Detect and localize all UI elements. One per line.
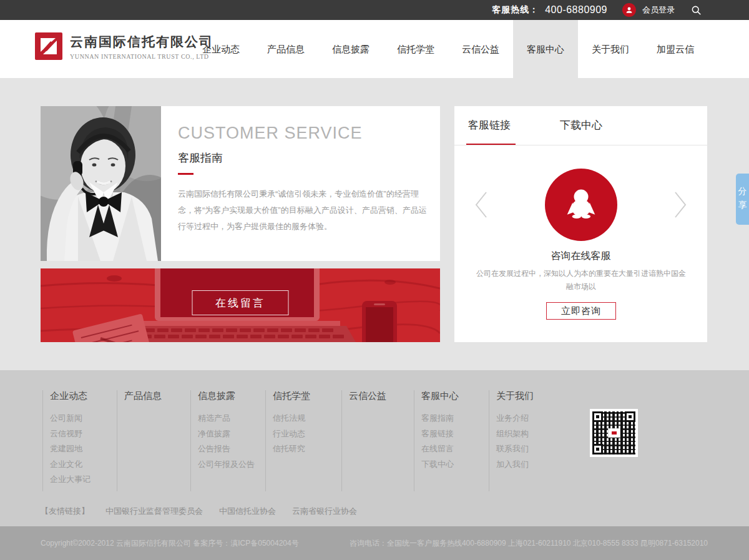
footer-link[interactable]: 在线留言 — [421, 441, 487, 457]
nav-item-products[interactable]: 产品信息 — [253, 20, 318, 78]
carousel-prev-icon[interactable] — [474, 190, 488, 219]
footer-col-charity: 云信公益 — [341, 390, 415, 491]
footer-link[interactable]: 企业大事记 — [50, 472, 116, 488]
friend-links-label: 【友情链接】 — [41, 506, 89, 517]
footer-link[interactable]: 公司年报及公告 — [198, 457, 264, 473]
company-logo[interactable]: 云南国际信托有限公司 YUNNAN INTERNATIONAL TRUST CO… — [35, 32, 213, 60]
consult-now-button[interactable]: 立即咨询 — [546, 302, 616, 320]
carousel-next-icon[interactable] — [673, 190, 687, 219]
footer-link[interactable]: 信托法规 — [273, 411, 339, 426]
nav-item-about-us[interactable]: 关于我们 — [578, 20, 643, 78]
footer-link[interactable]: 云信视野 — [50, 426, 116, 442]
footer-link[interactable]: 信托研究 — [273, 441, 339, 457]
footer-link[interactable]: 净值披露 — [198, 426, 264, 442]
customer-service-photo — [41, 106, 161, 261]
footer-col-about-us: 关于我们 业务介绍 组织架构 联系我们 加入我们 — [489, 390, 562, 491]
member-avatar-icon[interactable] — [622, 3, 636, 17]
footer-link[interactable]: 客服指南 — [421, 411, 487, 426]
online-service-description: 公司在发展过程中，深知以人为本的重要在大量引进谙熟中国金融市场以 — [475, 267, 687, 293]
footer-link[interactable]: 企业文化 — [50, 457, 116, 473]
footer-link[interactable]: 联系我们 — [496, 441, 562, 457]
hotline-label: 客服热线： — [492, 4, 539, 16]
friend-link-trust-assoc[interactable]: 中国信托业协会 — [219, 506, 276, 517]
online-service-title: 咨询在线客服 — [454, 250, 707, 263]
main-content: CUSTOMER SERVICE 客服指南 云南国际信托有限公司秉承“诚信引领未… — [0, 78, 749, 370]
panel-tabs: 客服链接 下载中心 — [454, 106, 707, 145]
footer-link[interactable]: 党建园地 — [50, 441, 116, 457]
hero-description: 云南国际信托有限公司秉承“诚信引领未来，专业创造价值”的经营理念，将“为客户实现… — [178, 186, 431, 235]
qr-finder-icon — [592, 411, 603, 422]
hero-title-en: CUSTOMER SERVICE — [178, 124, 431, 143]
nav-item-disclosure[interactable]: 信息披露 — [318, 20, 383, 78]
hero-red-dash — [178, 173, 193, 175]
footer-col-service-center: 客服中心 客服指南 客服链接 在线留言 下载中心 — [414, 390, 487, 491]
footer-link[interactable]: 组织架构 — [496, 426, 562, 442]
online-message-button[interactable]: 在线留言 — [192, 290, 289, 315]
footer-link[interactable]: 精选产品 — [198, 411, 264, 426]
friend-links-row: 【友情链接】 中国银行业监督管理委员会 中国信托业协会 云南省银行业协会 — [41, 506, 357, 517]
page: 客服热线： 400-6880909 会员登录 云南国际信托有限 — [0, 0, 749, 560]
footer-col-products: 产品信息 — [117, 390, 190, 491]
footer-col-title[interactable]: 企业动态 — [50, 390, 116, 402]
qq-penguin-icon[interactable] — [545, 169, 617, 241]
tab-download-center[interactable]: 下载中心 — [560, 106, 602, 145]
bottom-bar: Copyright©2002-2012 云南国际信托有限公司 备案序号：滇ICP… — [0, 526, 749, 560]
footer-col-title[interactable]: 产品信息 — [124, 390, 190, 402]
footer-col-trust-academy: 信托学堂 信托法规 行业动态 信托研究 — [265, 390, 339, 491]
nav-item-trust-academy[interactable]: 信托学堂 — [383, 20, 448, 78]
footer-link[interactable]: 公司新闻 — [50, 411, 116, 426]
nav-item-service-center[interactable]: 客服中心 — [513, 20, 578, 78]
search-icon[interactable] — [691, 5, 702, 16]
nav-item-join-us[interactable]: 加盟云信 — [643, 20, 708, 78]
service-phones-text: 咨询电话：全国统一客户服务热线400-6880909 上海021-6021191… — [350, 526, 708, 560]
wechat-qr-code — [590, 409, 638, 457]
footer-link[interactable]: 下载中心 — [421, 457, 487, 473]
service-guide-card: CUSTOMER SERVICE 客服指南 云南国际信托有限公司秉承“诚信引领未… — [41, 106, 440, 261]
footer-link[interactable]: 客服链接 — [421, 426, 487, 442]
tab-service-links[interactable]: 客服链接 — [468, 106, 511, 145]
qr-finder-icon — [625, 411, 635, 422]
header: 云南国际信托有限公司 YUNNAN INTERNATIONAL TRUST CO… — [0, 20, 749, 78]
hotline-number: 400-6880909 — [545, 4, 607, 16]
footer-link[interactable]: 加入我们 — [496, 457, 562, 473]
qr-finder-icon — [592, 444, 603, 454]
main-nav: 企业动态 产品信息 信息披露 信托学堂 云信公益 客服中心 关于我们 加盟云信 — [188, 20, 708, 78]
footer-col-title[interactable]: 客服中心 — [421, 390, 487, 402]
footer-col-title[interactable]: 信托学堂 — [273, 390, 339, 402]
member-login-link[interactable]: 会员登录 — [642, 4, 675, 16]
footer-link[interactable]: 公告报告 — [198, 441, 264, 457]
footer: 企业动态 公司新闻 云信视野 党建园地 企业文化 企业大事记 产品信息 信息披露… — [0, 370, 749, 526]
footer-link[interactable]: 业务介绍 — [496, 411, 562, 426]
footer-col-title[interactable]: 关于我们 — [496, 390, 562, 402]
topbar: 客服热线： 400-6880909 会员登录 — [0, 0, 749, 20]
friend-link-cbrc[interactable]: 中国银行业监督管理委员会 — [105, 506, 203, 517]
service-links-panel: 客服链接 下载中心 — [454, 106, 707, 342]
footer-col-corporate-news: 企业动态 公司新闻 云信视野 党建园地 企业文化 企业大事记 — [42, 390, 116, 491]
qr-center-logo — [608, 428, 620, 438]
online-message-banner: 在线留言 — [41, 268, 440, 342]
nav-item-corporate-news[interactable]: 企业动态 — [188, 20, 253, 78]
logo-icon — [35, 32, 62, 60]
friend-link-yunnan-banking[interactable]: 云南省银行业协会 — [292, 506, 357, 517]
share-tab[interactable]: 分享 — [736, 174, 749, 225]
footer-link[interactable]: 行业动态 — [273, 426, 339, 442]
copyright-text: Copyright©2002-2012 云南国际信托有限公司 备案序号：滇ICP… — [41, 526, 299, 560]
footer-col-title[interactable]: 云信公益 — [349, 390, 415, 402]
footer-col-title[interactable]: 信息披露 — [198, 390, 264, 402]
hero-title-cn: 客服指南 — [178, 150, 431, 165]
footer-col-disclosure: 信息披露 精选产品 净值披露 公告报告 公司年报及公告 — [190, 390, 264, 491]
nav-item-charity[interactable]: 云信公益 — [448, 20, 513, 78]
